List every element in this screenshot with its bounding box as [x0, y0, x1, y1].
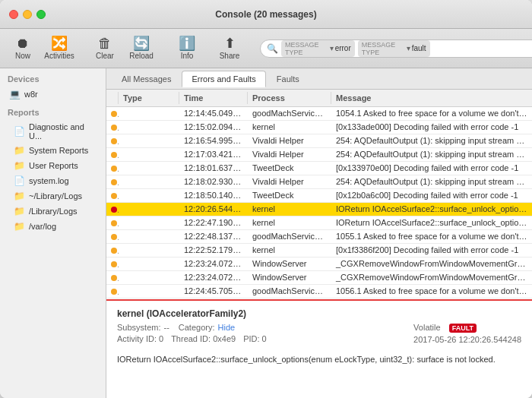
now-icon: ⏺ [16, 36, 30, 50]
filter-tag-1[interactable]: MESSAGE TYPE ▾ error [281, 40, 355, 57]
status-dot [111, 220, 117, 226]
sidebar-item-user-reports[interactable]: 📁 User Reports [3, 158, 103, 173]
status-dot [111, 289, 117, 295]
search-bar: 🔍 MESSAGE TYPE ▾ error MESSAGE TYPE ▾ fa… [260, 39, 532, 58]
row-dot [106, 175, 119, 188]
row-type [119, 216, 179, 229]
sidebar: Devices 💻 w8r Reports 📄 Diagnostic and U… [0, 68, 106, 398]
detail-message: IOReturn IOAccelSurface2::surface_unlock… [117, 353, 521, 366]
table-row[interactable]: 12:18:50.140865 TweetDeck [0x12b0a6c00] … [106, 189, 532, 203]
row-time: 12:18:01.637842 [179, 162, 248, 175]
sidebar-item-diagnostic[interactable]: 📄 Diagnostic and U... [3, 120, 103, 143]
detail-right: Volatile FAULT 2017-05-26 12:20:26.54424… [413, 323, 521, 344]
row-type [119, 189, 179, 202]
row-message: IOReturn IOAccelSurface2::surface_unlock… [331, 203, 532, 216]
log-table[interactable]: Type Time Process Message 12:14:45.04976… [106, 90, 532, 299]
row-time: 12:14:45.049767 [179, 107, 248, 120]
row-message: [0x133970e00] Decoding failed with error… [331, 162, 532, 175]
row-time: 12:18:50.140865 [179, 189, 248, 202]
table-row[interactable]: 12:18:02.930613 Vivaldi Helper 254: AQDe… [106, 175, 532, 189]
status-dot [111, 152, 117, 158]
row-type [119, 121, 179, 134]
col-type: Type [119, 92, 179, 104]
row-type [119, 148, 179, 161]
clear-button[interactable]: 🗑 Clear [90, 34, 120, 62]
row-process: TweetDeck [248, 189, 331, 202]
row-time: 12:23:24.072259 [179, 257, 248, 270]
diagnostic-icon: 📄 [14, 126, 25, 137]
row-process: goodMachServiceBridge [248, 107, 331, 120]
col-dot [106, 92, 119, 104]
row-process: goodMachServiceBridge [248, 285, 331, 298]
table-row[interactable]: 12:17:03.421577 Vivaldi Helper 254: AQDe… [106, 148, 532, 162]
fault-badge: FAULT [449, 324, 477, 333]
row-message: 1055.1 Asked to free space for a volume … [331, 230, 532, 243]
sidebar-item-system-reports[interactable]: 📁 System Reports [3, 143, 103, 158]
tab-errors-faults[interactable]: Errors and Faults [182, 71, 265, 87]
row-type [119, 230, 179, 243]
row-dot [106, 121, 119, 134]
table-header: Type Time Process Message [106, 90, 532, 107]
row-dot [106, 216, 119, 229]
row-dot [106, 162, 119, 175]
detail-meta-row: Subsystem: -- Category: Hide Activity ID… [117, 323, 521, 346]
col-message: Message [331, 92, 532, 104]
status-dot [111, 138, 117, 144]
search-icon: 🔍 [267, 43, 278, 54]
tab-all-messages[interactable]: All Messages [112, 71, 180, 87]
content-with-tabs: Type Time Process Message 12:14:45.04976… [106, 90, 532, 398]
row-dot [106, 107, 119, 120]
reload-button[interactable]: 🔄 Reload [126, 34, 157, 62]
table-row[interactable]: 12:24:45.705861 goodMachServiceBridge 10… [106, 285, 532, 298]
devices-section-header: Devices [0, 68, 106, 87]
table-row[interactable]: 12:22:52.179249 kernel [0x1f3386f200] De… [106, 244, 532, 257]
share-button[interactable]: ⬆ Share [214, 34, 245, 62]
status-dot [111, 193, 117, 199]
activities-button[interactable]: 🔀 Activities [44, 34, 74, 62]
col-time: Time [179, 92, 248, 104]
sidebar-item-user-library-logs[interactable]: 📁 ~/Library/Logs [3, 188, 103, 204]
sidebar-item-var-log[interactable]: 📁 /var/log [3, 219, 103, 234]
sidebar-item-syslog[interactable]: 📄 system.log [3, 173, 103, 188]
detail-left: Subsystem: -- Category: Hide Activity ID… [117, 323, 413, 346]
device-icon: 💻 [9, 89, 21, 100]
console-window: Console (20 messages) ⏺ Now 🔀 Activities… [0, 0, 532, 398]
filter-tag-2[interactable]: MESSAGE TYPE ▾ fault [358, 40, 430, 57]
minimize-button[interactable] [23, 10, 32, 19]
detail-panel: kernel (IOAcceleratorFamily2) Subsystem:… [106, 299, 532, 398]
row-dot [106, 134, 119, 147]
maximize-button[interactable] [36, 10, 46, 19]
status-dot [111, 248, 117, 254]
status-dot [111, 207, 117, 213]
row-dot [106, 189, 119, 202]
row-message: [0x12b0a6c00] Decoding failed with error… [331, 189, 532, 202]
table-row[interactable]: 12:23:24.072770 WindowServer _CGXRemoveW… [106, 271, 532, 285]
row-process: kernel [248, 203, 331, 216]
activities-icon: 🔀 [51, 36, 68, 50]
now-button[interactable]: ⏺ Now [8, 34, 38, 62]
sidebar-item-library-logs[interactable]: 📁 /Library/Logs [3, 204, 103, 219]
tab-faults[interactable]: Faults [268, 71, 309, 87]
table-row[interactable]: 12:18:01.637842 TweetDeck [0x133970e00] … [106, 162, 532, 175]
row-type [119, 107, 179, 120]
table-row[interactable]: 12:15:02.094387 kernel [0x133ade000] Dec… [106, 121, 532, 134]
table-row[interactable]: 12:23:24.072259 WindowServer _CGXRemoveW… [106, 257, 532, 271]
row-process: Vivaldi Helper [248, 148, 331, 161]
row-type [119, 244, 179, 257]
system-reports-icon: 📁 [14, 145, 25, 156]
row-dot [106, 285, 119, 298]
table-row[interactable]: 12:16:54.995736 Vivaldi Helper 254: AQDe… [106, 134, 532, 148]
table-row[interactable]: 12:20:26.544248 kernel IOReturn IOAccelS… [106, 203, 532, 216]
table-row[interactable]: 12:22:47.190407 kernel IOReturn IOAccelS… [106, 216, 532, 230]
hide-link[interactable]: Hide [218, 323, 236, 332]
table-row[interactable]: 12:14:45.049767 goodMachServiceBridge 10… [106, 107, 532, 121]
status-dot [111, 179, 117, 185]
row-dot [106, 257, 119, 270]
table-row[interactable]: 12:22:48.137272 goodMachServiceBridge 10… [106, 230, 532, 244]
close-button[interactable] [9, 10, 18, 19]
search-input[interactable] [433, 44, 532, 53]
info-button[interactable]: ℹ️ Info [172, 34, 202, 62]
row-message: 254: AQDefaultOutput (1): skipping input… [331, 175, 532, 188]
row-type [119, 175, 179, 188]
sidebar-device-w8r[interactable]: 💻 w8r [3, 87, 103, 102]
